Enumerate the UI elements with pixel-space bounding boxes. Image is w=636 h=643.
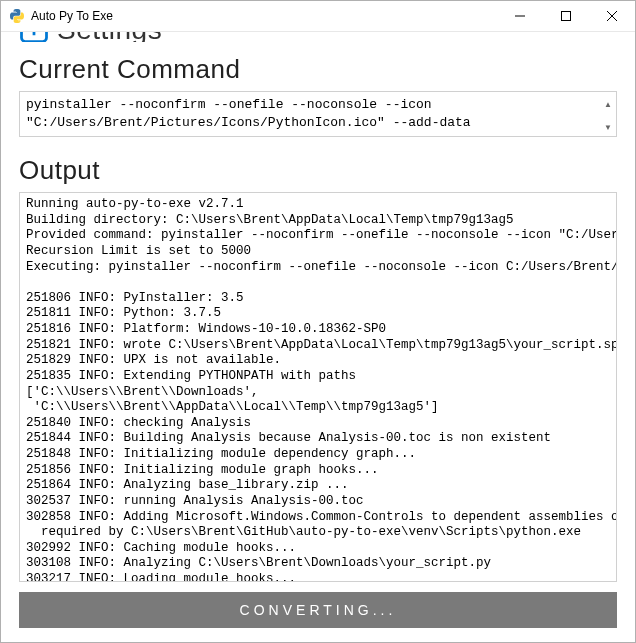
settings-section[interactable]: Settings: [19, 31, 617, 42]
window-controls: [497, 1, 635, 31]
minimize-button[interactable]: [497, 1, 543, 31]
plus-box-icon: [19, 31, 49, 42]
convert-button[interactable]: CONVERTING...: [19, 592, 617, 628]
output-log[interactable]: Running auto-py-to-exe v2.7.1 Building d…: [19, 192, 617, 582]
command-spinner[interactable]: ▲ ▼: [601, 93, 615, 139]
close-icon: [607, 11, 617, 21]
svg-rect-1: [562, 12, 571, 21]
settings-label: Settings: [57, 31, 162, 42]
python-icon: [9, 8, 25, 24]
app-window: Auto Py To Exe Settings Current Command: [0, 0, 636, 643]
spinner-up-icon[interactable]: ▲: [601, 93, 615, 116]
content-area: Settings Current Command ▲ ▼ Output Runn…: [1, 31, 635, 642]
maximize-icon: [561, 11, 571, 21]
command-textarea[interactable]: [19, 91, 617, 137]
maximize-button[interactable]: [543, 1, 589, 31]
titlebar: Auto Py To Exe: [1, 1, 635, 31]
window-title: Auto Py To Exe: [31, 9, 113, 23]
output-heading: Output: [19, 155, 617, 186]
titlebar-left: Auto Py To Exe: [9, 8, 113, 24]
minimize-icon: [515, 11, 525, 21]
close-button[interactable]: [589, 1, 635, 31]
spinner-down-icon[interactable]: ▼: [601, 116, 615, 139]
current-command-heading: Current Command: [19, 54, 617, 85]
command-wrap: ▲ ▼: [19, 91, 617, 141]
